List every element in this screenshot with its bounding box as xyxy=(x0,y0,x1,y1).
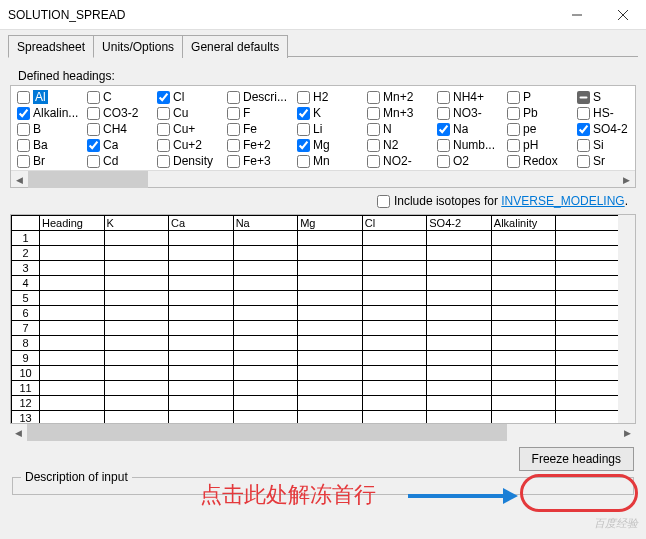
cell[interactable] xyxy=(362,291,427,306)
row-number[interactable]: 8 xyxy=(12,336,40,351)
heading-checkbox-Fe[interactable]: Fe xyxy=(227,122,297,136)
scroll-thumb[interactable] xyxy=(28,171,148,188)
row-number[interactable]: 13 xyxy=(12,411,40,425)
cell[interactable] xyxy=(169,306,234,321)
cell[interactable] xyxy=(491,336,556,351)
cell[interactable] xyxy=(427,351,492,366)
row-number[interactable]: 3 xyxy=(12,261,40,276)
cell[interactable] xyxy=(427,336,492,351)
cell[interactable] xyxy=(362,306,427,321)
col-header[interactable]: Ca xyxy=(169,216,234,231)
cell[interactable] xyxy=(362,366,427,381)
cell[interactable] xyxy=(40,351,105,366)
cell[interactable] xyxy=(427,291,492,306)
cell[interactable] xyxy=(491,291,556,306)
heading-checkbox-Mn+2[interactable]: Mn+2 xyxy=(367,90,437,104)
heading-checkbox-HS-[interactable]: HS- xyxy=(577,106,646,120)
include-isotopes-checkbox[interactable] xyxy=(377,195,390,208)
cell[interactable] xyxy=(427,411,492,425)
cell[interactable] xyxy=(491,366,556,381)
heading-checkbox-C[interactable]: C xyxy=(87,90,157,104)
row-number[interactable]: 10 xyxy=(12,366,40,381)
cell[interactable] xyxy=(104,291,169,306)
cell[interactable] xyxy=(362,246,427,261)
heading-checkbox-Fe+3[interactable]: Fe+3 xyxy=(227,154,297,168)
cell[interactable] xyxy=(104,351,169,366)
cell[interactable] xyxy=(427,366,492,381)
cell[interactable] xyxy=(40,246,105,261)
cell[interactable] xyxy=(362,381,427,396)
cell[interactable] xyxy=(104,336,169,351)
cell[interactable] xyxy=(104,306,169,321)
col-header[interactable] xyxy=(556,216,621,231)
cell[interactable] xyxy=(427,381,492,396)
cell[interactable] xyxy=(298,396,363,411)
cell[interactable] xyxy=(233,351,298,366)
cell[interactable] xyxy=(104,381,169,396)
cell[interactable] xyxy=(491,231,556,246)
cell[interactable] xyxy=(362,336,427,351)
heading-checkbox-Cu[interactable]: Cu xyxy=(157,106,227,120)
heading-checkbox-CO3-2[interactable]: CO3-2 xyxy=(87,106,157,120)
close-button[interactable] xyxy=(600,0,646,30)
cell[interactable] xyxy=(40,306,105,321)
heading-checkbox-Na[interactable]: Na xyxy=(437,122,507,136)
heading-checkbox-pe[interactable]: pe xyxy=(507,122,577,136)
cell[interactable] xyxy=(491,306,556,321)
cell[interactable] xyxy=(233,291,298,306)
heading-checkbox-Ba[interactable]: Ba xyxy=(17,138,87,152)
cell[interactable] xyxy=(233,321,298,336)
heading-checkbox-N2[interactable]: N2 xyxy=(367,138,437,152)
cell[interactable] xyxy=(427,276,492,291)
cell[interactable] xyxy=(169,366,234,381)
row-number[interactable]: 5 xyxy=(12,291,40,306)
cell[interactable] xyxy=(556,276,621,291)
heading-checkbox-Numb...[interactable]: Numb... xyxy=(437,138,507,152)
cell[interactable] xyxy=(556,261,621,276)
scroll-right-icon[interactable]: ▶ xyxy=(618,171,635,188)
heading-checkbox-Fe+2[interactable]: Fe+2 xyxy=(227,138,297,152)
cell[interactable] xyxy=(427,231,492,246)
row-number[interactable]: 7 xyxy=(12,321,40,336)
cell[interactable] xyxy=(556,291,621,306)
cell[interactable] xyxy=(362,396,427,411)
row-number[interactable]: 4 xyxy=(12,276,40,291)
row-number[interactable]: 9 xyxy=(12,351,40,366)
cell[interactable] xyxy=(104,231,169,246)
scroll-left-icon[interactable]: ◀ xyxy=(11,171,28,188)
cell[interactable] xyxy=(169,276,234,291)
headings-scrollbar[interactable]: ◀ ▶ xyxy=(11,170,635,187)
heading-checkbox-Redox[interactable]: Redox xyxy=(507,154,577,168)
cell[interactable] xyxy=(169,231,234,246)
cell[interactable] xyxy=(40,321,105,336)
cell[interactable] xyxy=(169,246,234,261)
col-header[interactable]: K xyxy=(104,216,169,231)
cell[interactable] xyxy=(233,261,298,276)
col-header[interactable]: Cl xyxy=(362,216,427,231)
cell[interactable] xyxy=(40,381,105,396)
col-header[interactable]: Heading xyxy=(40,216,105,231)
cell[interactable] xyxy=(362,351,427,366)
col-header[interactable]: SO4-2 xyxy=(427,216,492,231)
cell[interactable] xyxy=(298,306,363,321)
heading-checkbox-Mg[interactable]: Mg xyxy=(297,138,367,152)
row-number[interactable]: 11 xyxy=(12,381,40,396)
heading-checkbox-Cu+2[interactable]: Cu+2 xyxy=(157,138,227,152)
heading-checkbox-P[interactable]: P xyxy=(507,90,577,104)
row-number[interactable]: 1 xyxy=(12,231,40,246)
tab-general-defaults[interactable]: General defaults xyxy=(182,35,288,58)
cell[interactable] xyxy=(491,276,556,291)
cell[interactable] xyxy=(298,276,363,291)
cell[interactable] xyxy=(491,411,556,425)
cell[interactable] xyxy=(298,321,363,336)
heading-checkbox-Sr[interactable]: Sr xyxy=(577,154,646,168)
freeze-headings-button[interactable]: Freeze headings xyxy=(519,447,634,471)
cell[interactable] xyxy=(233,231,298,246)
cell[interactable] xyxy=(169,396,234,411)
cell[interactable] xyxy=(556,366,621,381)
minimize-button[interactable] xyxy=(554,0,600,30)
heading-checkbox-Mn+3[interactable]: Mn+3 xyxy=(367,106,437,120)
cell[interactable] xyxy=(298,411,363,425)
col-header[interactable]: Alkalinity xyxy=(491,216,556,231)
cell[interactable] xyxy=(233,276,298,291)
